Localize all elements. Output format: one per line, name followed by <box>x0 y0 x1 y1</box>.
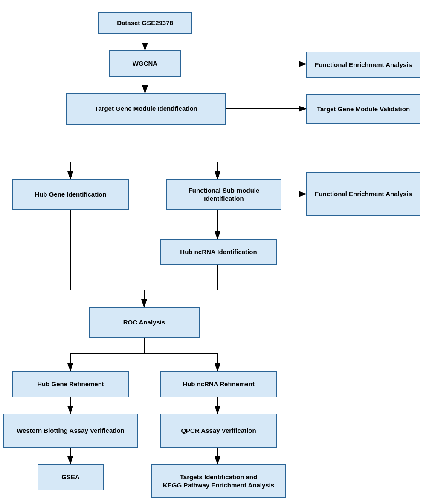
hub-gene-refinement-box: Hub Gene Refinement <box>12 371 129 397</box>
hub-ncrna-id-label: Hub ncRNA Identification <box>180 248 257 256</box>
functional-enrichment-1-box: Functional Enrichment Analysis <box>306 52 420 78</box>
qpcr-box: QPCR Assay Verification <box>160 414 277 448</box>
dataset-label: Dataset GSE29378 <box>117 19 173 27</box>
roc-analysis-box: ROC Analysis <box>89 307 200 338</box>
functional-enrichment-2-label: Functional Enrichment Analysis <box>315 190 412 198</box>
roc-analysis-label: ROC Analysis <box>123 318 165 327</box>
wgcna-label: WGCNA <box>133 59 157 68</box>
gsea-box: GSEA <box>38 464 104 490</box>
hub-gene-refinement-label: Hub Gene Refinement <box>37 380 104 388</box>
hub-ncrna-id-box: Hub ncRNA Identification <box>160 239 277 265</box>
targets-kegg-label: Targets Identification and KEGG Pathway … <box>163 473 274 490</box>
functional-enrichment-1-label: Functional Enrichment Analysis <box>315 61 412 69</box>
flowchart: Dataset GSE29378 WGCNA Functional Enrich… <box>0 0 435 504</box>
gsea-label: GSEA <box>61 473 80 481</box>
target-gene-module-box: Target Gene Module Identification <box>66 93 226 125</box>
target-gene-validation-label: Target Gene Module Validation <box>317 105 410 113</box>
western-blotting-box: Western Blotting Assay Verification <box>3 414 138 448</box>
hub-gene-id-box: Hub Gene Identification <box>12 179 129 210</box>
hub-ncrna-refinement-box: Hub ncRNA Refinement <box>160 371 277 397</box>
target-gene-validation-box: Target Gene Module Validation <box>306 94 420 124</box>
wgcna-box: WGCNA <box>109 50 181 77</box>
functional-enrichment-2-box: Functional Enrichment Analysis <box>306 172 420 216</box>
hub-ncrna-refinement-label: Hub ncRNA Refinement <box>183 380 255 388</box>
functional-submodule-label: Functional Sub-module Identification <box>188 186 260 203</box>
western-blotting-label: Western Blotting Assay Verification <box>17 426 125 435</box>
qpcr-label: QPCR Assay Verification <box>181 426 256 435</box>
targets-kegg-box: Targets Identification and KEGG Pathway … <box>151 464 286 498</box>
hub-gene-id-label: Hub Gene Identification <box>35 190 106 199</box>
functional-submodule-box: Functional Sub-module Identification <box>166 179 281 210</box>
dataset-box: Dataset GSE29378 <box>98 12 192 34</box>
target-gene-module-label: Target Gene Module Identification <box>95 104 197 113</box>
